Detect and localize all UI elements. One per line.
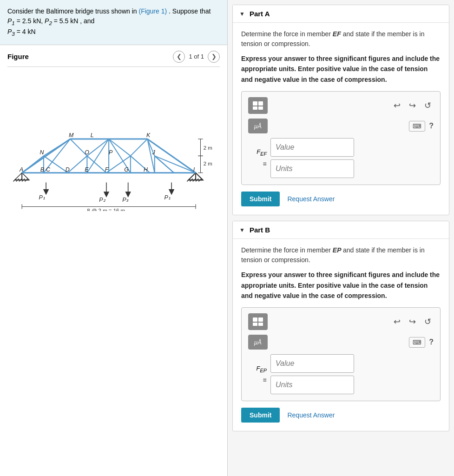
svg-text:2 m: 2 m: [204, 145, 212, 150]
undo-button-a[interactable]: ↩: [391, 99, 403, 112]
svg-text:P₁: P₁: [39, 194, 45, 200]
help-button-b[interactable]: ?: [429, 338, 434, 346]
part-a-instructions: Express your answer to three significant…: [241, 53, 441, 85]
units-input-a[interactable]: [270, 159, 354, 178]
figure-link[interactable]: (Figure 1): [138, 7, 167, 15]
svg-text:P₂: P₂: [99, 197, 105, 203]
part-a-submit-row: Submit Request Answer: [241, 192, 441, 206]
part-a-header[interactable]: ▼ Part A: [233, 5, 449, 23]
redo-button-b[interactable]: ↪: [407, 316, 418, 328]
grid-button-b[interactable]: [248, 313, 268, 330]
refresh-button-b[interactable]: ↺: [422, 316, 434, 328]
svg-text:P₃: P₃: [122, 197, 129, 203]
problem-text-1: Consider the Baltimore bridge truss show…: [7, 7, 137, 15]
svg-line-22: [44, 139, 70, 156]
svg-text:8 @ 2 m = 16 m: 8 @ 2 m = 16 m: [87, 207, 125, 211]
svg-rect-85: [253, 317, 257, 322]
truss-diagram: A B C D E F G H I M L K N O P J 2 m 2 m: [7, 76, 220, 212]
problem-text-2: . Suppose that: [169, 7, 211, 15]
part-b-description: Determine the force in member EP and sta…: [241, 245, 441, 265]
part-b-submit-row: Submit Request Answer: [241, 408, 441, 423]
member-ef: EF: [333, 30, 343, 38]
svg-text:H: H: [144, 166, 148, 172]
svg-text:P: P: [109, 149, 113, 156]
problem-text-3: , and: [80, 17, 94, 25]
part-b-title: Part B: [250, 226, 270, 234]
part-b-input-row: FEP =: [248, 354, 434, 394]
part-b-answer-box: ↩ ↪ ↺ μÅ ⌨ ? FEP =: [241, 307, 441, 401]
svg-rect-82: [258, 101, 263, 106]
fep-label: FEP: [257, 365, 267, 373]
p2-val: = 5.5 kN: [54, 17, 79, 25]
problem-statement: Consider the Baltimore bridge truss show…: [0, 0, 227, 45]
part-b-header[interactable]: ▼ Part B: [233, 221, 449, 239]
value-input-b[interactable]: [270, 354, 354, 373]
submit-button-b[interactable]: Submit: [241, 408, 280, 423]
redo-button-a[interactable]: ↪: [407, 99, 418, 112]
submit-button-a[interactable]: Submit: [241, 192, 280, 206]
part-a-body: Determine the force in member EF and sta…: [233, 23, 449, 215]
member-ep: EP: [333, 246, 343, 254]
undo-button-b[interactable]: ↩: [391, 316, 403, 328]
part-a-title: Part A: [250, 10, 270, 18]
fef-label: FEF: [257, 148, 267, 157]
part-b-inputs: [270, 354, 354, 394]
refresh-button-a[interactable]: ↺: [422, 99, 434, 112]
part-a-inputs: [270, 138, 354, 178]
part-b-body: Determine the force in member EP and sta…: [233, 239, 449, 431]
part-b-instructions: Express your answer to three significant…: [241, 270, 441, 301]
p1-val: = 2.5 kN,: [17, 17, 43, 25]
next-figure-button[interactable]: ❯: [208, 51, 220, 63]
part-a-answer-box: ↩ ↪ ↺ μÅ ⌨ ? FEF =: [241, 91, 441, 185]
svg-rect-83: [253, 106, 257, 110]
equals-a: =: [263, 160, 267, 168]
svg-text:M: M: [69, 132, 74, 138]
left-panel: Consider the Baltimore bridge truss show…: [0, 0, 228, 476]
svg-text:G: G: [124, 166, 129, 172]
part-a-toolbar-row2: μÅ ⌨ ?: [248, 119, 434, 133]
part-b-toolbar: ↩ ↪ ↺: [248, 313, 434, 330]
part-a-section: ▼ Part A Determine the force in member E…: [232, 5, 449, 215]
svg-text:E: E: [85, 166, 89, 172]
grid-icon-b: [252, 317, 264, 327]
svg-rect-88: [258, 323, 263, 326]
part-a-toolbar: ↩ ↪ ↺: [248, 97, 434, 114]
svg-text:K: K: [146, 132, 151, 138]
svg-text:B: B: [40, 166, 44, 172]
svg-text:I: I: [193, 166, 195, 172]
figure-nav-count: 1 of 1: [189, 53, 204, 60]
svg-text:N: N: [40, 149, 44, 156]
value-input-a[interactable]: [270, 138, 354, 157]
svg-rect-86: [258, 317, 263, 322]
collapse-arrow-b: ▼: [239, 227, 245, 233]
part-b-section: ▼ Part B Determine the force in member E…: [232, 221, 449, 431]
keyboard-button-a[interactable]: ⌨: [409, 121, 425, 132]
svg-text:J: J: [152, 149, 156, 156]
grid-button-a[interactable]: [248, 97, 268, 114]
svg-rect-87: [253, 323, 257, 326]
svg-line-30: [68, 156, 87, 172]
figure-header: Figure ❮ 1 of 1 ❯: [7, 51, 220, 67]
svg-line-27: [87, 139, 109, 156]
units-input-b[interactable]: [270, 376, 354, 394]
svg-text:D: D: [66, 166, 70, 172]
right-panel: ▼ Part A Determine the force in member E…: [228, 0, 454, 476]
grid-icon-a: [252, 100, 264, 111]
svg-text:C: C: [46, 166, 51, 172]
p3-val: = 4 kN: [17, 28, 36, 35]
mu-button-b[interactable]: μÅ: [248, 335, 268, 350]
collapse-arrow-a: ▼: [239, 11, 245, 17]
figure-title: Figure: [7, 53, 29, 60]
part-b-toolbar-row2: μÅ ⌨ ?: [248, 335, 434, 350]
request-answer-b[interactable]: Request Answer: [287, 411, 335, 419]
prev-figure-button[interactable]: ❮: [173, 51, 185, 63]
keyboard-button-b[interactable]: ⌨: [409, 337, 425, 348]
svg-text:A: A: [19, 166, 23, 172]
figure-section: Figure ❮ 1 of 1 ❯: [0, 45, 227, 476]
svg-line-37: [131, 139, 147, 156]
svg-text:P₁: P₁: [164, 194, 171, 200]
equals-b: =: [263, 377, 267, 384]
mu-button-a[interactable]: μÅ: [248, 119, 268, 133]
request-answer-a[interactable]: Request Answer: [287, 195, 335, 203]
help-button-a[interactable]: ?: [429, 122, 434, 130]
